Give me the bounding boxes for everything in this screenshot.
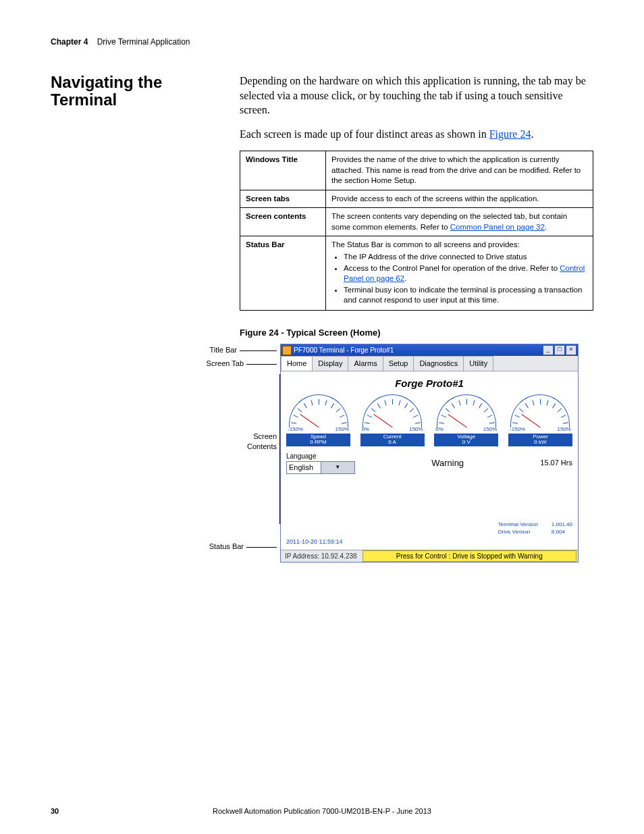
row-screen-contents-label: Screen contents: [240, 208, 326, 236]
tab-alarms[interactable]: Alarms: [348, 356, 383, 371]
tab-display[interactable]: Display: [312, 356, 348, 371]
row-windows-title-label: Windows Title: [240, 151, 326, 190]
window-title: PF7000 Terminal - Forge Proto#1: [294, 346, 394, 355]
app-icon: [282, 346, 292, 355]
drive-version-label: Drive Version: [498, 529, 538, 536]
callout-screen-contents-a: Screen: [253, 432, 277, 440]
tab-diagnostics[interactable]: Diagnostics: [413, 356, 464, 371]
callout-title-bar: Title Bar: [209, 346, 237, 354]
chapter-title: Drive Terminal Application: [97, 37, 190, 47]
terminal-version-label: Terminal Version: [498, 521, 538, 529]
language-label: Language: [286, 452, 355, 461]
publication-id: Rockwell Automation Publication 7000-UM2…: [0, 807, 644, 815]
row-status-bar-text: The Status Bar is common to all screens …: [326, 236, 593, 310]
warning-text: Warning: [431, 457, 464, 469]
row-status-bar-label: Status Bar: [240, 236, 326, 310]
callout-screen-tab: Screen Tab: [207, 359, 244, 367]
gauge-power: -150%150%Power0 kW: [508, 394, 572, 446]
row-screen-tabs-text: Provide access to each of the screens wi…: [326, 190, 593, 208]
gauge-speed: -150%150%Speed0 RPM: [286, 394, 350, 446]
ip-address: IP Address: 10.92.4.238: [281, 552, 361, 561]
tab-home[interactable]: Home: [281, 356, 313, 371]
language-select[interactable]: English ▼: [286, 461, 355, 474]
status-bullet-1: The IP Address of the drive connected to…: [344, 252, 587, 263]
press-for-control-button[interactable]: Press for Control : Drive is Stopped wit…: [363, 550, 576, 563]
status-bullet-3: Terminal busy icon to indicate the termi…: [344, 285, 587, 306]
gauge-voltage: 0%150%Voltage0 V: [434, 394, 498, 446]
hours-value: 15.07 Hrs: [540, 458, 572, 468]
areas-table: Windows Title Provides the name of the d…: [240, 151, 593, 310]
row-windows-title-text: Provides the name of the drive to which …: [326, 151, 593, 190]
terminal-version-value: 1.001.40: [552, 521, 572, 529]
timestamp: 2011-10-20 11:59:14: [286, 538, 572, 546]
figure-caption: Figure 24 - Typical Screen (Home): [240, 327, 593, 339]
page-number: 30: [51, 807, 59, 815]
maximize-button[interactable]: □: [554, 345, 565, 355]
terminal-window: PF7000 Terminal - Forge Proto#1 _ □ × Ho…: [280, 344, 579, 563]
callout-status-bar: Status Bar: [209, 542, 244, 550]
chapter-label: Chapter 4: [51, 37, 88, 47]
common-panel-link[interactable]: Common Panel on page 32: [450, 223, 545, 231]
row-screen-contents-text: The screen contents vary depending on th…: [326, 208, 593, 236]
close-button[interactable]: ×: [566, 345, 576, 355]
intro-para-1: Depending on the hardware on which this …: [240, 74, 593, 118]
intro-para-2: Each screen is made up of four distinct …: [240, 127, 593, 142]
row-screen-tabs-label: Screen tabs: [240, 190, 326, 208]
title-bar[interactable]: PF7000 Terminal - Forge Proto#1 _ □ ×: [281, 344, 578, 356]
page-footer: 30 Rockwell Automation Publication 7000-…: [0, 807, 644, 815]
running-header: Chapter 4 Drive Terminal Application: [51, 37, 593, 47]
status-bullet-2: Access to the Control Panel for operatio…: [344, 263, 587, 284]
drive-name: Forge Proto#1: [286, 377, 572, 390]
status-bar: IP Address: 10.92.4.238 Press for Contro…: [281, 550, 578, 562]
screen-contents: Forge Proto#1 -150%150%Speed0 RPM0%150%C…: [281, 371, 578, 550]
figure-24-link[interactable]: Figure 24: [489, 128, 531, 140]
tab-setup[interactable]: Setup: [383, 356, 414, 371]
chevron-down-icon[interactable]: ▼: [321, 462, 355, 473]
drive-version-value: 8.004: [552, 529, 572, 536]
language-value: English: [287, 462, 321, 473]
tab-utility[interactable]: Utility: [463, 356, 493, 371]
minimize-button[interactable]: _: [543, 345, 554, 355]
screen-tabs: Home Display Alarms Setup Diagnostics Ut…: [281, 356, 578, 371]
gauge-current: 0%150%Current0 A: [360, 394, 425, 446]
callout-screen-contents-b: Contents: [247, 442, 277, 450]
